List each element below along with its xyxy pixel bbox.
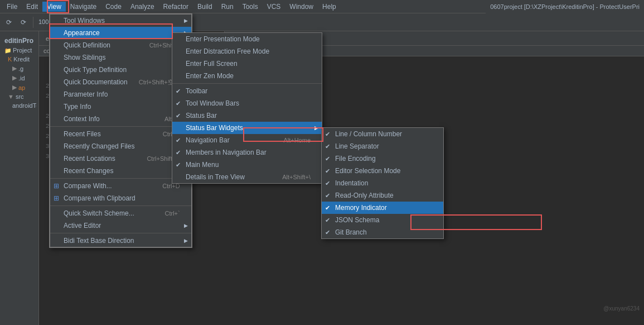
menu-window[interactable]: Window xyxy=(285,2,318,12)
project-tree: editinPro 📁 Project K Kredit ▶ .g ▶ .id … xyxy=(0,34,38,112)
check-main-menu: ✔ xyxy=(176,161,181,169)
tree-ap[interactable]: ▶ ap xyxy=(2,83,36,92)
toolbar-sep-1 xyxy=(33,17,33,28)
check-line-col: ✔ xyxy=(325,131,330,138)
shortcut-details-tree: Alt+Shift+\ xyxy=(271,174,311,180)
view-menu-quick-switch[interactable]: Quick Switch Scheme... Ctrl+` xyxy=(50,207,191,219)
statusbar-widgets-menu-dropdown: ✔ Line / Column Number ✔ Line Separator … xyxy=(321,127,444,239)
project-title: editinPro xyxy=(2,36,36,46)
menu-code[interactable]: Code xyxy=(101,2,126,12)
widget-git-branch[interactable]: ✔ Git Branch xyxy=(322,226,443,238)
menu-refactor[interactable]: Refactor xyxy=(159,2,193,12)
app-main-menu[interactable]: ✔ Main Menu xyxy=(172,159,322,171)
view-menu-compare-clipboard[interactable]: ⊞ Compare with Clipboard xyxy=(50,192,191,204)
toolbar-fwd[interactable]: ⟳ xyxy=(17,16,30,29)
tree-src[interactable]: ▼ src xyxy=(2,92,36,101)
tree-androidtest[interactable]: androidTest xyxy=(2,101,36,110)
tree-project[interactable]: 📁 Project xyxy=(2,46,36,55)
app-details-tree[interactable]: Details in Tree View Alt+Shift+\ xyxy=(172,171,322,183)
check-readonly: ✔ xyxy=(325,192,330,199)
menu-tools[interactable]: Tools xyxy=(238,2,263,12)
view-menu-recent-locations[interactable]: Recent Locations Ctrl+Shift+E xyxy=(50,152,191,165)
app-enter-presentation[interactable]: Enter Presentation Mode xyxy=(172,33,322,45)
widget-json-schema[interactable]: ✔ JSON Schema xyxy=(322,214,443,226)
compare-clipboard-icon: ⊞ xyxy=(54,194,59,202)
view-menu-appearance[interactable]: Appearance xyxy=(50,27,191,39)
widget-editor-sel[interactable]: ✔ Editor Selection Mode xyxy=(322,165,443,177)
widget-indentation[interactable]: ✔ Indentation xyxy=(322,177,443,189)
check-git-branch: ✔ xyxy=(325,229,330,236)
view-menu-compare-with[interactable]: ⊞ Compare With... Ctrl+D xyxy=(50,180,191,192)
app-enter-zen[interactable]: Enter Zen Mode xyxy=(172,70,322,82)
app-enter-fullscreen[interactable]: Enter Full Screen xyxy=(172,58,322,70)
menu-build[interactable]: Build xyxy=(193,2,217,12)
menubar: File Edit View Navigate Code Analyze Ref… xyxy=(0,0,644,13)
view-sep-2 xyxy=(50,178,191,179)
app-status-bar[interactable]: ✔ Status Bar xyxy=(172,109,322,122)
shortcut-quick-switch: Ctrl+` xyxy=(154,210,180,217)
widget-readonly[interactable]: ✔ Read-Only Attribute xyxy=(322,189,443,202)
shortcut-nav-bar: Alt+Home xyxy=(272,137,311,144)
appearance-menu-dropdown: Enter Presentation Mode Enter Distractio… xyxy=(172,32,322,184)
view-menu-recent-changes[interactable]: Recent Changes xyxy=(50,165,191,177)
widget-line-col[interactable]: ✔ Line / Column Number xyxy=(322,128,443,140)
view-menu-quick-definition[interactable]: Quick Definition Ctrl+Shift+I xyxy=(50,39,191,51)
view-menu-context-info[interactable]: Context Info Alt+Q xyxy=(50,113,191,125)
view-menu-quick-doc[interactable]: Quick Documentation Ctrl+Shift+空格 xyxy=(50,76,191,88)
check-json-schema: ✔ xyxy=(325,217,330,224)
menu-analyze[interactable]: Analyze xyxy=(126,2,159,12)
app-sep-1 xyxy=(172,83,322,84)
check-tool-window-bars: ✔ xyxy=(176,100,181,107)
menu-navigate[interactable]: Navigate xyxy=(66,2,101,12)
app-members-nav-bar[interactable]: ✔ Members in Navigation Bar xyxy=(172,146,322,159)
app-status-bar-widgets[interactable]: Status Bar Widgets xyxy=(172,122,322,134)
view-sep-1 xyxy=(50,126,191,127)
sidebar: editinPro 📁 Project K Kredit ▶ .g ▶ .id … xyxy=(0,31,39,325)
widget-file-encoding[interactable]: ✔ File Encoding xyxy=(322,152,443,165)
toolbar-back[interactable]: ⟳ xyxy=(2,16,16,29)
check-navigation-bar: ✔ xyxy=(176,137,181,144)
app-toolbar[interactable]: ✔ Toolbar xyxy=(172,85,322,97)
widget-line-sep[interactable]: ✔ Line Separator xyxy=(322,140,443,152)
view-menu-dropdown: Tool Windows Appearance Quick Definition… xyxy=(49,13,192,248)
view-menu-param-info[interactable]: Parameter Info xyxy=(50,88,191,101)
check-line-sep: ✔ xyxy=(325,143,330,150)
widget-memory-indicator[interactable]: ✔ Memory Indicator xyxy=(322,202,443,214)
window-title: 0607project [D:\XZProject\KreditinPro] -… xyxy=(486,0,644,13)
view-sep-4 xyxy=(50,233,191,233)
menu-edit[interactable]: Edit xyxy=(22,2,42,12)
view-menu-recent-files[interactable]: Recent Files Ctrl+E xyxy=(50,128,191,140)
app-tool-window-bars[interactable]: ✔ Tool Window Bars xyxy=(172,97,322,109)
menu-run[interactable]: Run xyxy=(217,2,238,12)
view-menu-active-editor[interactable]: Active Editor xyxy=(50,219,191,232)
tree-g[interactable]: ▶ .g xyxy=(2,64,36,73)
view-sep-3 xyxy=(50,205,191,206)
menu-view[interactable]: View xyxy=(42,2,66,12)
check-indentation: ✔ xyxy=(325,180,330,187)
menu-file[interactable]: File xyxy=(2,2,22,12)
view-menu-show-siblings[interactable]: Show Siblings xyxy=(50,51,191,64)
check-memory: ✔ xyxy=(325,204,330,212)
app-enter-distraction[interactable]: Enter Distraction Free Mode xyxy=(172,45,322,58)
tree-id[interactable]: ▶ .id xyxy=(2,73,36,83)
view-menu-bidi[interactable]: Bidi Text Base Direction xyxy=(50,235,191,247)
view-menu-tool-windows[interactable]: Tool Windows xyxy=(50,15,191,27)
check-file-enc: ✔ xyxy=(325,155,330,162)
check-toolbar: ✔ xyxy=(176,88,181,95)
menu-help[interactable]: Help xyxy=(318,2,341,12)
menu-vcs[interactable]: VCS xyxy=(263,2,285,12)
check-editor-sel: ✔ xyxy=(325,168,330,175)
view-menu-recent-changed[interactable]: Recently Changed Files xyxy=(50,140,191,152)
watermark: @xunyan6234 xyxy=(603,305,640,312)
tree-kredit[interactable]: K Kredit xyxy=(2,55,36,64)
view-menu-quick-type[interactable]: Quick Type Definition xyxy=(50,64,191,76)
compare-with-icon: ⊞ xyxy=(54,182,59,190)
view-menu-type-info[interactable]: Type Info xyxy=(50,101,191,113)
app-navigation-bar[interactable]: ✔ Navigation Bar Alt+Home xyxy=(172,134,322,146)
check-status-bar: ✔ xyxy=(176,112,181,120)
check-members-nav: ✔ xyxy=(176,149,181,156)
